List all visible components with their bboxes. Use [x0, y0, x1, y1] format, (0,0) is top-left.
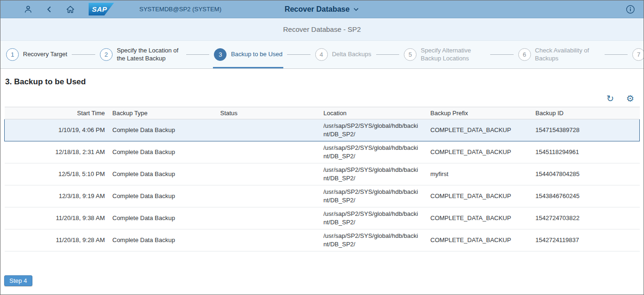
cell-backup-type: Complete Data Backup	[113, 229, 220, 251]
cell-start-time: 11/20/18, 9:28 AM	[5, 229, 113, 251]
step-connector	[376, 54, 399, 55]
step-number: 4	[315, 48, 328, 61]
step-number: 7	[632, 48, 644, 61]
cell-status	[220, 141, 324, 163]
page-title: Recover Database	[285, 5, 350, 14]
wizard-progress-bar: 1 Recovery Target 2 Specify the Location…	[0, 41, 644, 69]
table-row[interactable]: 12/5/18, 5:10 PM Complete Data Backup /u…	[5, 163, 640, 185]
table-row[interactable]: 12/18/18, 2:31 AM Complete Data Backup /…	[5, 141, 640, 163]
step-number: 1	[6, 48, 19, 61]
info-icon[interactable]	[626, 5, 635, 14]
cell-backup-id: 1543846760245	[536, 185, 640, 207]
user-icon[interactable]	[24, 5, 32, 14]
table-row[interactable]: 11/20/18, 9:28 AM Complete Data Backup /…	[5, 229, 640, 251]
cell-location: /usr/sap/SP2/SYS/global/hdb/backint/DB_S…	[324, 141, 431, 163]
home-icon[interactable]	[66, 5, 75, 14]
table-toolbar: ↻ ⚙	[4, 94, 634, 103]
step-label: Specify Alternative Backup Locations	[421, 47, 485, 62]
section-title: 3. Backup to be Used	[5, 77, 639, 87]
wizard-step-4[interactable]: 4 Delta Backups	[313, 41, 373, 68]
cell-start-time: 12/5/18, 5:10 PM	[5, 163, 113, 185]
cell-start-time: 1/10/19, 4:06 PM	[5, 119, 113, 141]
cell-location: /usr/sap/SP2/SYS/global/hdb/backint/DB_S…	[324, 185, 431, 207]
wizard-header: Recover Database - SP2	[0, 18, 644, 41]
sap-logo[interactable]: SAP	[89, 3, 114, 15]
column-header-backup-type[interactable]: Backup Type	[113, 107, 220, 119]
cell-backup-type: Complete Data Backup	[113, 119, 220, 141]
cell-start-time: 12/3/18, 9:19 AM	[5, 185, 113, 207]
wizard-step-3[interactable]: 3 Backup to be Used	[212, 41, 284, 68]
wizard-step-2[interactable]: 2 Specify the Location of the Latest Bac…	[98, 41, 183, 68]
step-connector	[72, 54, 95, 55]
cell-backup-id: 1547154389728	[536, 119, 640, 141]
column-header-backup-id[interactable]: Backup ID	[536, 107, 640, 119]
step-label: Check Availability of Backups	[535, 47, 600, 62]
wizard-step-6[interactable]: 6 Check Availability of Backups	[516, 41, 602, 68]
cell-backup-prefix: COMPLETE_DATA_BACKUP	[431, 141, 536, 163]
step-number: 5	[404, 48, 417, 61]
cell-status	[220, 185, 324, 207]
step-number: 6	[518, 48, 531, 61]
column-header-location[interactable]: Location	[324, 107, 431, 119]
cell-backup-id: 1544047804285	[536, 163, 640, 185]
cell-status	[220, 207, 324, 229]
step-number: 2	[100, 48, 113, 61]
cell-backup-type: Complete Data Backup	[113, 163, 220, 185]
table-row[interactable]: 11/20/18, 9:38 AM Complete Data Backup /…	[5, 207, 640, 229]
cell-status	[220, 229, 324, 251]
wizard-step-5[interactable]: 5 Specify Alternative Backup Locations	[402, 41, 487, 68]
step-label: Specify the Location of the Latest Backu…	[117, 47, 182, 62]
step-connector	[287, 54, 310, 55]
step-label: Delta Backups	[332, 51, 371, 58]
cell-backup-type: Complete Data Backup	[113, 141, 220, 163]
cell-backup-id: 1542724703822	[536, 207, 640, 229]
cell-backup-id: 1545118294961	[536, 141, 640, 163]
shell-header: SAP SYSTEMDB@SP2 (SYSTEM) Recover Databa…	[0, 0, 644, 18]
wizard-step-7[interactable]: 7	[630, 41, 644, 68]
column-header-backup-prefix[interactable]: Backup Prefix	[431, 107, 536, 119]
column-header-status[interactable]: Status	[220, 107, 324, 119]
cell-backup-type: Complete Data Backup	[113, 185, 220, 207]
back-icon[interactable]	[45, 6, 53, 13]
cell-location: /usr/sap/SP2/SYS/global/hdb/backint/DB_S…	[324, 229, 431, 251]
cell-location: /usr/sap/SP2/SYS/global/hdb/backint/DB_S…	[324, 163, 431, 185]
step-connector	[186, 54, 209, 55]
cell-location: /usr/sap/SP2/SYS/global/hdb/backint/DB_S…	[324, 207, 431, 229]
cell-start-time: 12/18/18, 2:31 AM	[5, 141, 113, 163]
table-row[interactable]: 12/3/18, 9:19 AM Complete Data Backup /u…	[5, 185, 640, 207]
cell-backup-prefix: COMPLETE_DATA_BACKUP	[431, 229, 536, 251]
cell-status	[220, 119, 324, 141]
step-button[interactable]: Step 4	[4, 275, 32, 286]
cell-start-time: 11/20/18, 9:38 AM	[5, 207, 113, 229]
table-header-row: Start Time Backup Type Status Location B…	[5, 107, 640, 119]
system-label: SYSTEMDB@SP2 (SYSTEM)	[139, 6, 221, 13]
refresh-icon[interactable]: ↻	[606, 94, 614, 103]
step-connector	[605, 54, 628, 55]
cell-backup-id: 1542724119837	[536, 229, 640, 251]
cell-backup-prefix: COMPLETE_DATA_BACKUP	[431, 207, 536, 229]
chevron-down-icon	[353, 6, 359, 13]
sap-logo-text: SAP	[92, 5, 107, 13]
step-label: Recovery Target	[23, 51, 67, 58]
cell-backup-prefix: COMPLETE_DATA_BACKUP	[431, 119, 536, 141]
step-connector	[490, 54, 513, 55]
cell-status	[220, 163, 324, 185]
step-number: 3	[214, 48, 227, 61]
cell-backup-prefix: myfirst	[431, 163, 536, 185]
column-header-start-time[interactable]: Start Time	[5, 107, 113, 119]
step-label: Backup to be Used	[231, 51, 282, 58]
backup-table: Start Time Backup Type Status Location B…	[4, 107, 640, 251]
settings-icon[interactable]: ⚙	[626, 94, 634, 103]
main-content: 3. Backup to be Used ↻ ⚙ Start Time Back…	[0, 77, 644, 251]
recover-database-window: SAP SYSTEMDB@SP2 (SYSTEM) Recover Databa…	[0, 0, 644, 295]
cell-backup-prefix: COMPLETE_DATA_BACKUP	[431, 185, 536, 207]
app-title-selector[interactable]: Recover Database	[285, 5, 360, 14]
wizard-title: Recover Database - SP2	[283, 25, 361, 33]
cell-backup-type: Complete Data Backup	[113, 207, 220, 229]
cell-location: /usr/sap/SP2/SYS/global/hdb/backint/DB_S…	[324, 119, 431, 141]
wizard-step-1[interactable]: 1 Recovery Target	[4, 41, 69, 68]
table-row[interactable]: 1/10/19, 4:06 PM Complete Data Backup /u…	[5, 119, 640, 141]
